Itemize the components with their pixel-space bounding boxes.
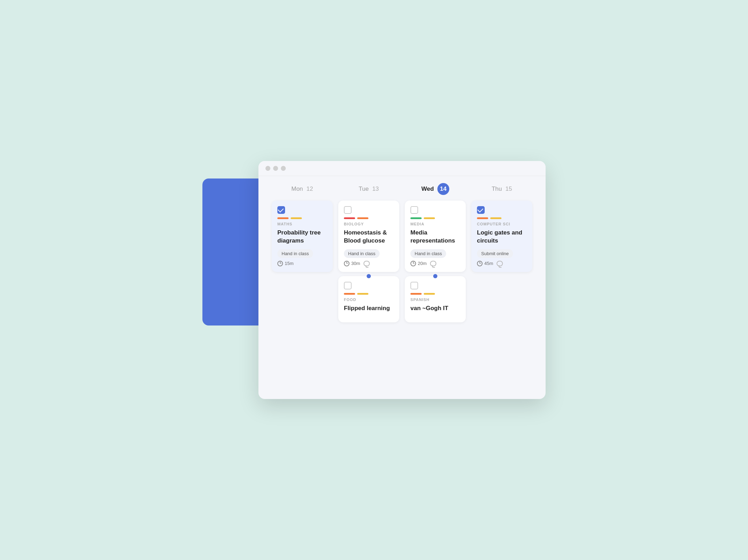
day-number: 12 <box>306 186 313 192</box>
minimize-button[interactable] <box>273 166 278 171</box>
clock-icon <box>277 261 283 266</box>
main-window: Mon12Tue13Wed14Thu15 MATHSProbability tr… <box>258 161 546 399</box>
color-bars <box>410 293 460 295</box>
task-meta: Hand in class20m <box>410 249 460 266</box>
time-badge: 45m <box>477 261 493 266</box>
hand-in-badge: Submit online <box>477 249 513 258</box>
task-title: van ~Gogh IT <box>410 304 460 313</box>
dot-indicator <box>433 274 437 278</box>
time-row: 15m <box>277 261 327 266</box>
subject-label: FOOD <box>344 298 394 302</box>
color-bar <box>357 217 368 219</box>
task-meta: Hand in class15m <box>277 249 327 266</box>
task-card[interactable]: SPANISHvan ~Gogh IT <box>405 276 466 322</box>
comment-icon[interactable] <box>363 261 370 266</box>
close-button[interactable] <box>265 166 270 171</box>
clock-icon <box>410 261 416 266</box>
color-bar <box>477 217 488 219</box>
time-value: 30m <box>351 261 360 266</box>
color-bar <box>357 293 368 295</box>
comment-icon[interactable] <box>497 261 503 266</box>
task-title: Media representations <box>410 229 460 245</box>
task-title: Logic gates and circuits <box>477 229 527 245</box>
color-bars <box>477 217 527 219</box>
task-card[interactable]: MATHSProbability tree diagramsHand in cl… <box>272 201 333 272</box>
day-column-2: MEDIAMedia representationsHand in class2… <box>402 201 469 392</box>
clock-icon <box>477 261 483 266</box>
task-checkbox[interactable] <box>410 282 418 289</box>
color-bar <box>424 293 435 295</box>
day-column-1: BIOLOGYHomeostasis & Blood glucoseHand i… <box>335 201 402 392</box>
color-bars <box>344 293 394 295</box>
task-card[interactable]: COMPUTER SCILogic gates and circuitsSubm… <box>471 201 532 272</box>
subject-label: SPANISH <box>410 298 460 302</box>
task-title: Flipped learning <box>344 304 394 313</box>
color-bar <box>410 293 422 295</box>
color-bar <box>291 217 302 219</box>
scene: Mon12Tue13Wed14Thu15 MATHSProbability tr… <box>202 161 546 399</box>
day-headers: Mon12Tue13Wed14Thu15 <box>269 176 535 201</box>
time-value: 20m <box>418 261 427 266</box>
hand-in-badge: Hand in class <box>410 249 446 258</box>
subject-label: COMPUTER SCI <box>477 222 527 226</box>
time-badge: 20m <box>410 261 427 266</box>
time-value: 15m <box>285 261 293 266</box>
calendar-area: Mon12Tue13Wed14Thu15 MATHSProbability tr… <box>258 176 546 399</box>
hand-in-badge: Hand in class <box>277 249 313 258</box>
task-card[interactable]: MEDIAMedia representationsHand in class2… <box>405 201 466 272</box>
task-checkbox[interactable] <box>477 206 485 214</box>
task-checkbox[interactable] <box>277 206 285 214</box>
task-title: Homeostasis & Blood glucose <box>344 229 394 245</box>
comment-icon[interactable] <box>430 261 436 266</box>
dot-indicator <box>367 274 371 278</box>
task-meta: Hand in class30m <box>344 249 394 266</box>
day-header-wed: Wed14 <box>402 183 469 195</box>
hand-in-badge: Hand in class <box>344 249 380 258</box>
day-header-mon: Mon12 <box>269 183 335 195</box>
clock-icon <box>344 261 349 266</box>
time-row: 20m <box>410 261 460 266</box>
subject-label: MATHS <box>277 222 327 226</box>
day-name: Tue <box>359 186 369 192</box>
color-bar <box>277 217 289 219</box>
cards-grid: MATHSProbability tree diagramsHand in cl… <box>269 201 535 392</box>
time-value: 45m <box>484 261 493 266</box>
fullscreen-button[interactable] <box>281 166 286 171</box>
task-checkbox[interactable] <box>344 282 352 289</box>
time-row: 45m <box>477 261 527 266</box>
day-header-tue: Tue13 <box>335 183 402 195</box>
day-name: Wed <box>421 186 434 192</box>
color-bar <box>490 217 501 219</box>
traffic-lights <box>265 166 286 171</box>
subject-label: MEDIA <box>410 222 460 226</box>
day-name: Mon <box>291 186 303 192</box>
day-column-0: MATHSProbability tree diagramsHand in cl… <box>269 201 335 392</box>
color-bars <box>277 217 327 219</box>
titlebar <box>258 161 546 176</box>
day-column-3: COMPUTER SCILogic gates and circuitsSubm… <box>469 201 535 392</box>
time-badge: 15m <box>277 261 293 266</box>
task-card[interactable]: FOODFlipped learning <box>338 276 399 322</box>
day-number: 15 <box>505 186 512 192</box>
task-card[interactable]: BIOLOGYHomeostasis & Blood glucoseHand i… <box>338 201 399 272</box>
color-bar <box>344 293 355 295</box>
subject-label: BIOLOGY <box>344 222 394 226</box>
color-bar <box>410 217 422 219</box>
task-checkbox[interactable] <box>344 206 352 214</box>
day-number: 13 <box>372 186 379 192</box>
color-bars <box>410 217 460 219</box>
color-bars <box>344 217 394 219</box>
time-row: 30m <box>344 261 394 266</box>
time-badge: 30m <box>344 261 360 266</box>
day-header-thu: Thu15 <box>469 183 535 195</box>
task-checkbox[interactable] <box>410 206 418 214</box>
color-bar <box>424 217 435 219</box>
day-name: Thu <box>492 186 502 192</box>
task-title: Probability tree diagrams <box>277 229 327 245</box>
color-bar <box>344 217 355 219</box>
task-meta: Submit online45m <box>477 249 527 266</box>
day-number: 14 <box>437 183 449 195</box>
